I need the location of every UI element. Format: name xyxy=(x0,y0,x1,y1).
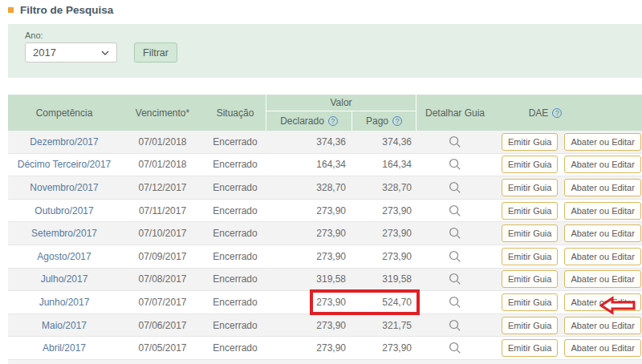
table-row: Maio/2017 07/06/2017 Encerrado 273,90 32… xyxy=(8,314,642,338)
situacao-cell: Encerrado xyxy=(205,314,266,337)
dae-cell: Emitir Guia Abater ou Editar xyxy=(494,200,642,222)
column-header-valor: Valor xyxy=(266,95,416,111)
search-icon[interactable] xyxy=(449,181,461,194)
valor-declarado-cell: 273,90 xyxy=(266,245,352,268)
valor-declarado-cell: 273,90 xyxy=(266,291,352,313)
valor-declarado-cell: 273,90 xyxy=(266,200,352,222)
column-header-situacao: Situação xyxy=(205,95,266,131)
competencia-link[interactable]: Agosto/2017 xyxy=(37,251,91,262)
table-header: Competência Vencimento* Situação Valor D… xyxy=(8,95,642,131)
situacao-cell: Encerrado xyxy=(205,291,266,313)
emitir-guia-button[interactable]: Emitir Guia xyxy=(502,339,558,357)
abater-ou-editar-button[interactable]: Abater ou Editar xyxy=(564,156,641,173)
search-icon[interactable] xyxy=(449,135,461,148)
search-icon[interactable] xyxy=(449,342,461,354)
abater-ou-editar-button[interactable]: Abater ou Editar xyxy=(564,339,641,357)
abater-ou-editar-button[interactable]: Abater ou Editar xyxy=(564,133,641,151)
competencia-link[interactable]: Novembro/2017 xyxy=(30,182,98,193)
search-icon[interactable] xyxy=(449,319,461,332)
competencia-cell: Décimo Terceiro/2017 xyxy=(8,154,120,176)
vencimento-cell: 07/01/2018 xyxy=(120,131,205,153)
column-group-valor: Valor Declarado ? Pago ? xyxy=(266,95,416,131)
chevron-down-icon xyxy=(101,51,109,55)
section-header: Filtro de Pesquisa xyxy=(8,4,113,16)
emitir-guia-button[interactable]: Emitir Guia xyxy=(502,317,558,334)
table-row: Dezembro/2017 07/01/2018 Encerrado 374,3… xyxy=(8,131,642,154)
emitir-guia-button[interactable]: Emitir Guia xyxy=(502,224,558,242)
abater-ou-editar-button[interactable]: Abater ou Editar xyxy=(564,270,641,288)
abater-ou-editar-button[interactable]: Abater ou Editar xyxy=(564,179,641,196)
bullet-square-icon xyxy=(8,7,14,13)
table-row: Agosto/2017 07/09/2017 Encerrado 273,90 … xyxy=(8,245,642,269)
year-select[interactable]: 2017 xyxy=(25,42,117,63)
emitir-guia-button[interactable]: Emitir Guia xyxy=(502,270,558,288)
competencia-link[interactable]: Julho/2017 xyxy=(41,273,88,285)
filter-button[interactable]: Filtrar xyxy=(134,42,177,63)
help-icon[interactable]: ? xyxy=(392,116,402,126)
year-select-value: 2017 xyxy=(33,47,56,59)
emitir-guia-button[interactable]: Emitir Guia xyxy=(502,202,558,220)
detalhar-guia-cell xyxy=(416,245,494,268)
abater-ou-editar-button[interactable]: Abater ou Editar xyxy=(564,293,641,311)
competencia-link[interactable]: Dezembro/2017 xyxy=(30,136,98,148)
valor-declarado-cell: 374,36 xyxy=(266,131,352,153)
competencia-link[interactable]: Abril/2017 xyxy=(43,342,86,354)
detalhar-guia-cell xyxy=(416,131,494,153)
table-row: Abril/2017 07/05/2017 Encerrado 273,90 2… xyxy=(8,337,642,360)
results-table: Competência Vencimento* Situação Valor D… xyxy=(8,95,642,364)
filter-panel: Ano: 2017 Filtrar xyxy=(8,24,642,78)
dae-cell: Emitir Guia Abater ou Editar xyxy=(494,314,642,337)
abater-ou-editar-button[interactable]: Abater ou Editar xyxy=(564,317,641,334)
valor-declarado-cell: 328,70 xyxy=(266,176,352,199)
abater-ou-editar-button[interactable]: Abater ou Editar xyxy=(564,202,641,220)
column-header-detalhar-guia: Detalhar Guia xyxy=(416,95,494,131)
table-row: Décimo Terceiro/2017 07/01/2018 Encerrad… xyxy=(8,154,642,177)
competencia-cell: Agosto/2017 xyxy=(8,245,120,268)
search-icon[interactable] xyxy=(449,250,461,263)
help-icon[interactable]: ? xyxy=(552,108,562,118)
vencimento-cell: 07/08/2017 xyxy=(120,269,205,291)
dae-cell: Emitir Guia Abater ou Editar xyxy=(494,154,642,176)
competencia-link[interactable]: Décimo Terceiro/2017 xyxy=(18,159,112,170)
valor-pago-cell: 273,90 xyxy=(352,337,416,359)
emitir-guia-button[interactable]: Emitir Guia xyxy=(502,156,558,173)
competencia-link[interactable]: Setembro/2017 xyxy=(31,228,97,239)
emitir-guia-button[interactable]: Emitir Guia xyxy=(502,133,558,151)
situacao-cell: Encerrado xyxy=(205,176,266,199)
competencia-cell: Julho/2017 xyxy=(8,269,120,291)
detalhar-guia-cell xyxy=(416,176,494,199)
abater-ou-editar-button[interactable]: Abater ou Editar xyxy=(564,248,641,265)
situacao-cell: Encerrado xyxy=(205,245,266,268)
vencimento-cell: 07/12/2017 xyxy=(120,176,205,199)
help-icon[interactable]: ? xyxy=(328,116,338,126)
search-icon[interactable] xyxy=(449,273,461,285)
dae-cell: Emitir Guia Abater ou Editar xyxy=(494,337,642,359)
competencia-link[interactable]: Outubro/2017 xyxy=(35,205,93,216)
valor-declarado-cell: 273,90 xyxy=(266,222,352,245)
vencimento-cell: 07/06/2017 xyxy=(120,314,205,337)
emitir-guia-button[interactable]: Emitir Guia xyxy=(502,248,558,265)
detalhar-guia-cell xyxy=(416,269,494,291)
search-icon[interactable] xyxy=(449,296,461,309)
table-row: Setembro/2017 07/10/2017 Encerrado 273,9… xyxy=(8,222,642,245)
abater-ou-editar-button[interactable]: Abater ou Editar xyxy=(564,224,641,242)
search-icon[interactable] xyxy=(449,227,461,240)
competencia-link[interactable]: Maio/2017 xyxy=(42,320,87,331)
dae-cell: Emitir Guia Abater ou Editar xyxy=(494,245,642,268)
search-icon[interactable] xyxy=(449,204,461,217)
emitir-guia-button[interactable]: Emitir Guia xyxy=(502,293,558,311)
situacao-cell: Encerrado xyxy=(205,269,266,291)
valor-declarado-cell: 273,90 xyxy=(266,337,352,359)
table-row: Julho/2017 07/08/2017 Encerrado 319,58 3… xyxy=(8,269,642,292)
competencia-link[interactable]: Junho/2017 xyxy=(39,297,90,308)
vencimento-cell: 07/10/2017 xyxy=(120,222,205,245)
year-label: Ano: xyxy=(25,30,43,40)
valor-pago-cell: 273,90 xyxy=(352,200,416,222)
detalhar-guia-cell xyxy=(416,200,494,222)
valor-pago-cell: 273,90 xyxy=(352,245,416,268)
vencimento-cell: 07/11/2017 xyxy=(120,200,205,222)
column-header-declarado: Declarado ? xyxy=(266,111,352,131)
search-icon[interactable] xyxy=(449,158,461,171)
emitir-guia-button[interactable]: Emitir Guia xyxy=(502,179,558,196)
situacao-cell: Encerrado xyxy=(205,200,266,222)
